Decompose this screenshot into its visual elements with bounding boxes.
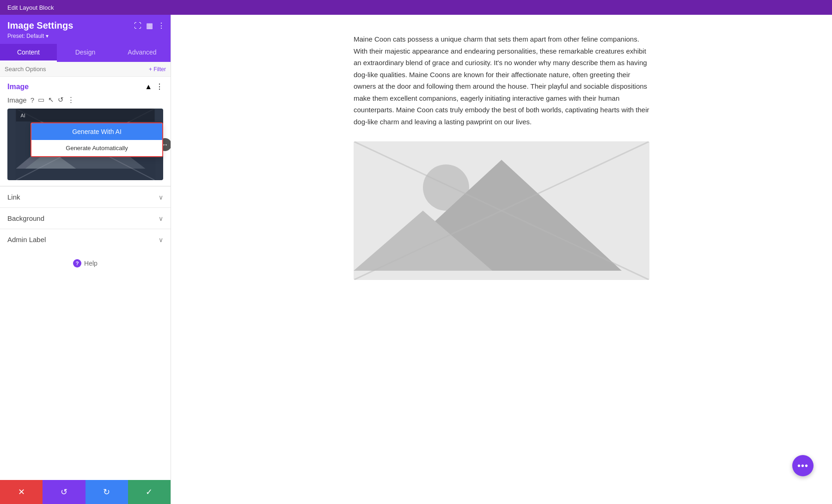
bottom-bar: ✕ ↺ ↻ ✓	[0, 480, 171, 504]
filter-button[interactable]: + Filter	[149, 66, 166, 73]
section-more-icon[interactable]: ⋮	[156, 82, 163, 91]
top-bar: Edit Layout Block	[0, 0, 832, 15]
image-placeholder-wrapper: AI Generate With AI Generate Automatical…	[7, 109, 163, 180]
sidebar-content: Image ▲ ⋮ Image ? ▭ ↖ ↺ ⋮	[0, 77, 171, 480]
background-section[interactable]: Background ∨	[0, 207, 171, 229]
admin-label-label: Admin Label	[7, 236, 46, 243]
help-label: Help	[84, 260, 98, 267]
sidebar-tabs: Content Design Advanced	[0, 44, 171, 62]
discard-button[interactable]: ✕	[0, 480, 43, 504]
help-circle-icon[interactable]: ?	[31, 96, 34, 104]
pointer-icon[interactable]: ↖	[48, 96, 54, 104]
image-placeholder[interactable]: AI Generate With AI Generate Automatical…	[7, 109, 163, 180]
background-label: Background	[7, 214, 44, 222]
link-section[interactable]: Link ∨	[0, 186, 171, 207]
generate-with-ai-button[interactable]: Generate With AI	[31, 123, 162, 140]
image-label: Image	[7, 96, 27, 104]
tab-content[interactable]: Content	[0, 44, 57, 62]
expand-icon[interactable]: ⛶	[134, 22, 141, 30]
collapse-icon[interactable]: ▲	[145, 83, 152, 91]
image-section-title: Image	[7, 83, 29, 91]
help-circle-icon: ?	[73, 259, 81, 267]
help-row[interactable]: ? Help	[0, 250, 171, 277]
generate-automatically-button[interactable]: Generate Automatically	[31, 140, 162, 156]
admin-label-section[interactable]: Admin Label ∨	[0, 229, 171, 250]
mobile-icon[interactable]: ▭	[38, 96, 44, 104]
layout-icon[interactable]: ▦	[146, 21, 153, 30]
sidebar-preset[interactable]: Preset: Default ▾	[7, 33, 163, 39]
sidebar-bottom-sections: Link ∨ Background ∨ Admin Label ∨	[0, 186, 171, 250]
content-area: Maine Coon cats possess a unique charm t…	[171, 15, 832, 504]
more-icon[interactable]: ⋮	[158, 21, 165, 30]
image-section: Image ▲ ⋮ Image ? ▭ ↖ ↺ ⋮	[0, 77, 171, 186]
undo-button[interactable]: ↺	[43, 480, 85, 504]
image-controls-row: Image ? ▭ ↖ ↺ ⋮	[7, 96, 163, 104]
main-layout: Image Settings Preset: Default ▾ ⛶ ▦ ⋮ C…	[0, 15, 832, 504]
search-row: + Filter	[0, 62, 171, 77]
refresh-icon[interactable]: ↺	[58, 96, 64, 104]
sidebar-header: Image Settings Preset: Default ▾ ⛶ ▦ ⋮	[0, 15, 171, 44]
admin-label-chevron-icon: ∨	[159, 236, 163, 243]
save-button[interactable]: ✓	[128, 480, 171, 504]
search-input[interactable]	[5, 66, 145, 73]
svg-rect-6	[16, 109, 155, 121]
sidebar-header-icons: ⛶ ▦ ⋮	[134, 21, 165, 30]
image-section-header: Image ▲ ⋮	[7, 82, 163, 91]
image-more-icon[interactable]: ⋮	[67, 96, 74, 104]
image-section-controls: ▲ ⋮	[145, 82, 163, 91]
article-text: Maine Coon cats possess a unique charm t…	[354, 33, 649, 128]
link-chevron-icon: ∨	[159, 194, 163, 201]
sidebar: Image Settings Preset: Default ▾ ⛶ ▦ ⋮ C…	[0, 15, 171, 504]
top-bar-title: Edit Layout Block	[7, 4, 54, 11]
link-label: Link	[7, 193, 20, 201]
image-block	[354, 141, 649, 280]
svg-text:AI: AI	[21, 113, 25, 118]
image-block-placeholder	[354, 141, 649, 280]
background-chevron-icon: ∨	[159, 215, 163, 222]
redo-button[interactable]: ↻	[86, 480, 128, 504]
fab-button[interactable]: •••	[792, 455, 814, 476]
ai-dropdown: Generate With AI Generate Automatically	[31, 122, 163, 157]
tab-advanced[interactable]: Advanced	[114, 44, 171, 62]
tab-design[interactable]: Design	[57, 44, 114, 62]
